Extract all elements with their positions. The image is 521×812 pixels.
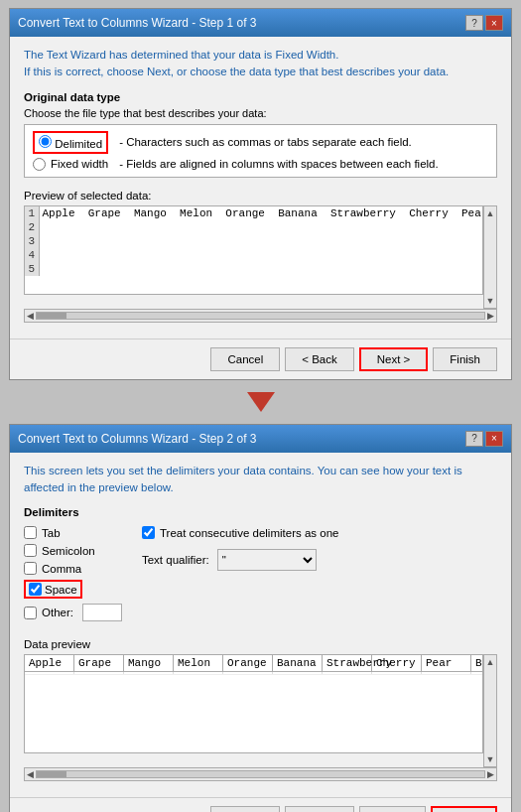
delimiter-section: Tab Semicolon Comma Space — [24, 526, 497, 626]
step1-finish-button[interactable]: Finish — [433, 347, 497, 371]
preview-section: Preview of selected data: 1 Apple Grape … — [24, 190, 497, 323]
step2-preview-box: Apple Grape Mango Melon Orange Banana St… — [24, 654, 483, 753]
original-data-type-label: Original data type — [24, 91, 497, 103]
step2-preview-with-scroll: Apple Grape Mango Melon Orange Banana St… — [24, 654, 497, 767]
row-num-5: 5 — [25, 262, 39, 276]
other-input[interactable] — [82, 604, 122, 621]
step2-vertical-scrollbar[interactable]: ▲ ▼ — [483, 654, 497, 767]
arrow-down-icon — [247, 392, 275, 412]
tab-checkbox[interactable] — [24, 526, 37, 539]
step2-help-button[interactable]: ? — [465, 431, 483, 447]
space-label: Space — [45, 584, 77, 596]
delimited-radio[interactable] — [39, 135, 52, 148]
preview-with-scroll: 1 Apple Grape Mango Melon Orange Banana … — [24, 205, 497, 309]
table-row: 2 — [25, 220, 483, 234]
step2-finish-button[interactable]: Finish — [431, 806, 497, 812]
table-row: 4 — [25, 248, 483, 262]
table-row: 3 — [25, 234, 483, 248]
step1-next-button[interactable]: Next > — [359, 347, 429, 371]
step2-back-button[interactable]: < Back — [285, 806, 353, 812]
fixed-width-radio[interactable] — [33, 158, 46, 171]
col-pear: Pear — [422, 655, 471, 671]
treat-consecutive-item: Treat consecutive delimiters as one — [142, 526, 497, 539]
row-num-3: 3 — [25, 234, 39, 248]
space-checkbox-item: Space — [24, 580, 122, 599]
delimited-radio-item: Delimited - Characters such as commas or… — [33, 131, 488, 154]
preview-data-row — [25, 672, 482, 675]
data-cell-orange — [223, 672, 273, 674]
preview-box: 1 Apple Grape Mango Melon Orange Banana … — [24, 205, 483, 295]
data-cell-pear — [422, 672, 471, 674]
step2-horizontal-scrollbar[interactable]: ◀ ▶ — [24, 767, 497, 781]
col-mango: Mango — [124, 655, 174, 671]
preview-header-row: Apple Grape Mango Melon Orange Banana St… — [25, 655, 482, 672]
data-preview-section: Data preview Apple Grape Mango Melon Ora… — [24, 638, 497, 781]
data-cell-strawberry — [323, 672, 372, 674]
row-data-3 — [39, 234, 483, 248]
data-cell-blac — [471, 672, 483, 674]
vertical-scrollbar[interactable]: ▲ ▼ — [483, 205, 497, 309]
delimiter-right: Treat consecutive delimiters as one Text… — [142, 526, 497, 626]
semicolon-label: Semicolon — [42, 545, 95, 557]
data-cell-apple — [25, 672, 74, 674]
delimited-radio-highlight: Delimited — [33, 131, 108, 154]
horizontal-scrollbar[interactable]: ◀ ▶ — [24, 309, 497, 323]
step2-next-button[interactable]: Next > — [359, 806, 427, 812]
comma-checkbox-item: Comma — [24, 562, 122, 575]
step2-cancel-button[interactable]: Cancel — [210, 806, 280, 812]
file-type-sub-label: Choose the file type that best describes… — [24, 107, 497, 119]
step2-window: Convert Text to Columns Wizard - Step 2 … — [9, 424, 512, 813]
step2-close-button[interactable]: × — [485, 431, 503, 447]
delimited-desc: - Characters such as commas or tabs sepa… — [119, 136, 412, 148]
step2-title: Convert Text to Columns Wizard - Step 2 … — [18, 432, 257, 446]
step2-button-row: Cancel < Back Next > Finish — [10, 797, 511, 812]
space-checkbox-highlight: Space — [24, 580, 82, 599]
col-cherry: Cherry — [372, 655, 422, 671]
qualifier-select[interactable]: " ' {none} — [217, 549, 317, 571]
col-orange: Orange — [223, 655, 273, 671]
treat-consecutive-checkbox[interactable] — [142, 526, 155, 539]
step1-content: The Text Wizard has determined that your… — [10, 37, 511, 333]
arrow-connector — [0, 388, 521, 416]
other-checkbox[interactable] — [24, 607, 37, 619]
other-label: Other: — [42, 607, 73, 618]
qualifier-label: Text qualifier: — [142, 554, 209, 566]
other-checkbox-item: Other: — [24, 604, 122, 621]
data-cell-melon — [174, 672, 223, 674]
data-preview-label: Data preview — [24, 638, 497, 650]
step2-title-buttons: ? × — [465, 431, 503, 447]
semicolon-checkbox[interactable] — [24, 544, 37, 557]
semicolon-checkbox-item: Semicolon — [24, 544, 122, 557]
step1-info: The Text Wizard has determined that your… — [24, 47, 497, 81]
row-num-4: 4 — [25, 248, 39, 262]
space-checkbox[interactable] — [29, 583, 42, 596]
tab-checkbox-item: Tab — [24, 526, 122, 539]
col-melon: Melon — [174, 655, 223, 671]
step2-preview-wrap: Apple Grape Mango Melon Orange Banana St… — [24, 654, 497, 781]
data-cell-cherry — [372, 672, 422, 674]
treat-consecutive-label: Treat consecutive delimiters as one — [160, 527, 338, 539]
table-row: 5 — [25, 262, 483, 276]
fixed-width-label: Fixed width — [51, 158, 108, 170]
step2-info: This screen lets you set the delimiters … — [24, 463, 497, 497]
delimited-radio-label: Delimited — [55, 138, 102, 150]
col-grape: Grape — [74, 655, 124, 671]
qualifier-row: Text qualifier: " ' {none} — [142, 549, 497, 571]
delimiters-label: Delimiters — [24, 506, 497, 518]
row-num-2: 2 — [25, 220, 39, 234]
comma-checkbox[interactable] — [24, 562, 37, 575]
step1-title-bar: Convert Text to Columns Wizard - Step 1 … — [10, 9, 511, 37]
close-button[interactable]: × — [485, 15, 503, 31]
fixed-width-desc: - Fields are aligned in columns with spa… — [119, 158, 439, 170]
help-button[interactable]: ? — [465, 15, 483, 31]
preview-wrap: 1 Apple Grape Mango Melon Orange Banana … — [24, 205, 497, 323]
step1-cancel-button[interactable]: Cancel — [210, 347, 280, 371]
radio-group: Delimited - Characters such as commas or… — [24, 124, 497, 178]
table-row: 1 Apple Grape Mango Melon Orange Banana … — [25, 206, 483, 220]
title-bar-buttons: ? × — [465, 15, 503, 31]
step1-window: Convert Text to Columns Wizard - Step 1 … — [9, 8, 512, 380]
step2-title-bar: Convert Text to Columns Wizard - Step 2 … — [10, 425, 511, 453]
row-data-2 — [39, 220, 483, 234]
row-data-4 — [39, 248, 483, 262]
step1-back-button[interactable]: < Back — [285, 347, 353, 371]
